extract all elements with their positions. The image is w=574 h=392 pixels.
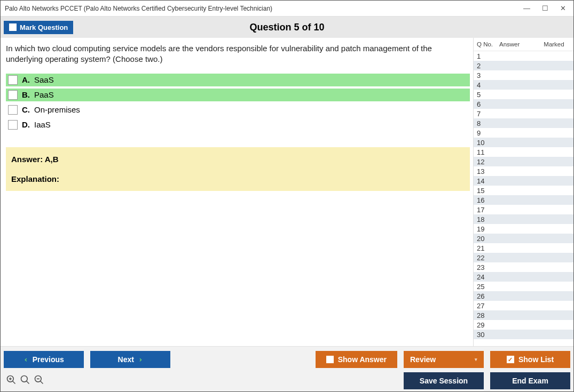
minimize-icon[interactable]: —: [523, 4, 530, 12]
list-item[interactable]: 10: [474, 138, 573, 147]
list-item[interactable]: 24: [474, 272, 573, 282]
list-item[interactable]: 7: [474, 109, 573, 118]
list-item[interactable]: 18: [474, 214, 573, 224]
checkbox-icon: [326, 356, 334, 363]
list-item[interactable]: 14: [474, 176, 573, 186]
list-item[interactable]: 11: [474, 147, 573, 157]
option-checkbox[interactable]: [8, 90, 18, 100]
footer-row-1: ‹ Previous Next › Show Answer Review ▾ ✓…: [4, 351, 570, 368]
option-text: SaaS: [34, 75, 54, 84]
list-item[interactable]: 25: [474, 282, 573, 291]
show-answer-button[interactable]: Show Answer: [316, 351, 397, 368]
option-checkbox[interactable]: [8, 75, 18, 85]
list-item[interactable]: 9: [474, 128, 573, 138]
option-row[interactable]: D.IaaS: [6, 118, 470, 131]
app-window: Palo Alto Networks PCCET (Palo Alto Netw…: [0, 0, 574, 392]
next-label: Next: [118, 355, 134, 364]
col-header-answer: Answer: [499, 41, 537, 47]
option-letter: B.: [22, 90, 30, 99]
col-header-marked: Marked: [537, 41, 571, 47]
option-row[interactable]: B.PaaS: [6, 89, 470, 101]
option-text: On-premises: [34, 105, 80, 114]
next-button[interactable]: Next ›: [90, 351, 170, 368]
list-item[interactable]: 1: [474, 51, 573, 61]
list-item[interactable]: 20: [474, 234, 573, 243]
list-item[interactable]: 30: [474, 330, 573, 339]
list-item[interactable]: 5: [474, 90, 573, 99]
end-exam-label: End Exam: [512, 377, 548, 385]
option-checkbox[interactable]: [8, 120, 18, 130]
header-bar: Mark Question Question 5 of 10: [1, 17, 573, 38]
main-area: In which two cloud computing service mod…: [1, 38, 573, 346]
list-item[interactable]: 16: [474, 195, 573, 205]
list-item[interactable]: 8: [474, 118, 573, 128]
option-checkbox[interactable]: [8, 105, 18, 115]
show-list-button[interactable]: ✓ Show List: [490, 351, 570, 368]
explanation-line: Explanation:: [11, 174, 465, 183]
chevron-left-icon: ‹: [23, 355, 28, 364]
save-session-button[interactable]: Save Session: [404, 372, 484, 389]
svg-line-1: [13, 381, 15, 384]
list-item[interactable]: 28: [474, 310, 573, 320]
mark-label: Mark Question: [20, 23, 68, 31]
question-list-panel: Q No. Answer Marked 12345678910111213141…: [473, 38, 573, 346]
mark-question-button[interactable]: Mark Question: [4, 21, 73, 34]
mark-checkbox-icon: [9, 23, 17, 31]
option-letter: D.: [22, 120, 30, 129]
list-item[interactable]: 23: [474, 262, 573, 272]
review-button[interactable]: Review ▾: [404, 351, 484, 368]
answer-line: Answer: A,B: [11, 155, 465, 164]
question-text: In which two cloud computing service mod…: [6, 43, 460, 65]
show-answer-label: Show Answer: [338, 355, 387, 364]
list-item[interactable]: 27: [474, 301, 573, 310]
question-list[interactable]: 1234567891011121314151617181920212223242…: [474, 51, 573, 346]
answer-panel: Answer: A,B Explanation:: [6, 147, 470, 191]
list-item[interactable]: 26: [474, 291, 573, 301]
list-item[interactable]: 12: [474, 157, 573, 166]
caret-down-icon: ▾: [475, 357, 477, 362]
option-letter: C.: [22, 105, 30, 114]
list-item[interactable]: 15: [474, 186, 573, 195]
zoom-reset-icon[interactable]: [20, 374, 30, 387]
option-text: IaaS: [34, 120, 51, 129]
list-item[interactable]: 17: [474, 205, 573, 214]
list-item[interactable]: 19: [474, 224, 573, 234]
question-area: In which two cloud computing service mod…: [1, 38, 473, 346]
option-row[interactable]: C.On-premises: [6, 103, 470, 116]
titlebar: Palo Alto Networks PCCET (Palo Alto Netw…: [1, 1, 573, 17]
chevron-right-icon: ›: [138, 355, 143, 364]
end-exam-button[interactable]: End Exam: [490, 372, 570, 389]
previous-button[interactable]: ‹ Previous: [4, 351, 84, 368]
list-item[interactable]: 2: [474, 61, 573, 70]
option-text: PaaS: [34, 90, 54, 99]
col-header-qno: Q No.: [477, 41, 499, 47]
review-label: Review: [410, 355, 436, 364]
footer-row-2: Save Session End Exam: [4, 372, 570, 389]
maximize-icon[interactable]: ☐: [542, 4, 548, 12]
svg-line-7: [41, 381, 43, 384]
window-controls: — ☐ ✕: [523, 4, 569, 12]
option-letter: A.: [22, 75, 30, 84]
list-item[interactable]: 4: [474, 80, 573, 90]
list-item[interactable]: 13: [474, 166, 573, 176]
options-list: A.SaaSB.PaaSC.On-premisesD.IaaS: [6, 74, 470, 131]
list-item[interactable]: 3: [474, 70, 573, 80]
list-item[interactable]: 6: [474, 99, 573, 109]
zoom-in-icon[interactable]: [6, 374, 17, 387]
list-item[interactable]: 29: [474, 320, 573, 330]
list-item[interactable]: 21: [474, 243, 573, 253]
checkbox-checked-icon: ✓: [507, 356, 514, 363]
list-header: Q No. Answer Marked: [474, 38, 573, 51]
save-session-label: Save Session: [420, 377, 468, 385]
question-counter: Question 5 of 10: [1, 22, 573, 33]
zoom-out-icon[interactable]: [34, 374, 44, 387]
svg-line-5: [27, 381, 29, 384]
close-icon[interactable]: ✕: [560, 4, 566, 12]
previous-label: Previous: [33, 355, 64, 364]
svg-point-4: [21, 376, 28, 382]
list-item[interactable]: 22: [474, 253, 573, 262]
zoom-controls: [4, 374, 44, 387]
window-title: Palo Alto Networks PCCET (Palo Alto Netw…: [5, 5, 272, 12]
option-row[interactable]: A.SaaS: [6, 74, 470, 86]
footer: ‹ Previous Next › Show Answer Review ▾ ✓…: [1, 346, 573, 391]
